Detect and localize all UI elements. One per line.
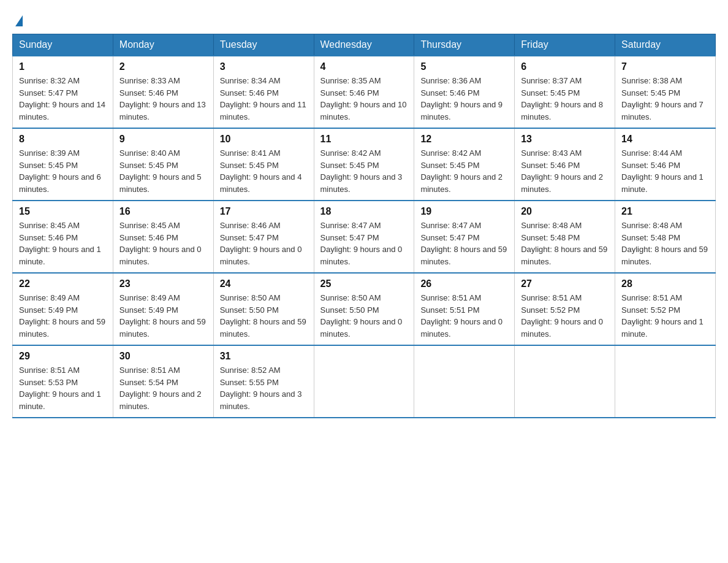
calendar-cell: 13 Sunrise: 8:43 AM Sunset: 5:46 PM Dayl… — [515, 128, 615, 201]
day-number: 22 — [19, 278, 107, 289]
calendar-cell: 19 Sunrise: 8:47 AM Sunset: 5:47 PM Dayl… — [414, 201, 515, 273]
calendar-header-row: SundayMondayTuesdayWednesdayThursdayFrid… — [13, 34, 716, 56]
column-header-wednesday: Wednesday — [314, 34, 414, 56]
day-info: Sunrise: 8:36 AM Sunset: 5:46 PM Dayligh… — [420, 75, 508, 123]
day-number: 28 — [621, 278, 709, 289]
day-number: 7 — [621, 61, 709, 72]
day-number: 6 — [521, 61, 609, 72]
day-info: Sunrise: 8:40 AM Sunset: 5:45 PM Dayligh… — [119, 147, 207, 195]
logo-blue-text — [12, 15, 23, 28]
day-info: Sunrise: 8:47 AM Sunset: 5:47 PM Dayligh… — [320, 220, 408, 267]
day-number: 21 — [621, 206, 709, 217]
calendar-cell: 7 Sunrise: 8:38 AM Sunset: 5:45 PM Dayli… — [615, 56, 716, 128]
day-number: 18 — [320, 206, 408, 217]
day-info: Sunrise: 8:49 AM Sunset: 5:49 PM Dayligh… — [119, 292, 207, 340]
day-number: 25 — [320, 278, 408, 289]
day-info: Sunrise: 8:47 AM Sunset: 5:47 PM Dayligh… — [420, 220, 508, 267]
day-number: 26 — [420, 278, 508, 289]
calendar-cell: 25 Sunrise: 8:50 AM Sunset: 5:50 PM Dayl… — [314, 273, 414, 345]
day-number: 3 — [220, 61, 308, 72]
day-info: Sunrise: 8:32 AM Sunset: 5:47 PM Dayligh… — [19, 75, 107, 123]
calendar-cell: 1 Sunrise: 8:32 AM Sunset: 5:47 PM Dayli… — [13, 56, 113, 128]
day-number: 10 — [220, 134, 308, 145]
calendar-week-row: 15 Sunrise: 8:45 AM Sunset: 5:46 PM Dayl… — [13, 201, 716, 273]
day-number: 23 — [119, 278, 207, 289]
day-info: Sunrise: 8:39 AM Sunset: 5:45 PM Dayligh… — [19, 147, 107, 195]
day-number: 20 — [521, 206, 609, 217]
calendar-week-row: 1 Sunrise: 8:32 AM Sunset: 5:47 PM Dayli… — [13, 56, 716, 128]
day-info: Sunrise: 8:43 AM Sunset: 5:46 PM Dayligh… — [521, 147, 609, 195]
calendar-cell — [615, 345, 716, 418]
calendar-cell: 23 Sunrise: 8:49 AM Sunset: 5:49 PM Dayl… — [113, 273, 213, 345]
calendar-cell: 20 Sunrise: 8:48 AM Sunset: 5:48 PM Dayl… — [515, 201, 615, 273]
day-number: 5 — [420, 61, 508, 72]
day-number: 15 — [19, 206, 107, 217]
calendar-cell: 17 Sunrise: 8:46 AM Sunset: 5:47 PM Dayl… — [213, 201, 314, 273]
day-number: 24 — [220, 278, 308, 289]
day-info: Sunrise: 8:42 AM Sunset: 5:45 PM Dayligh… — [320, 147, 408, 195]
day-number: 16 — [119, 206, 207, 217]
day-info: Sunrise: 8:52 AM Sunset: 5:55 PM Dayligh… — [220, 364, 308, 412]
calendar-cell: 3 Sunrise: 8:34 AM Sunset: 5:46 PM Dayli… — [213, 56, 314, 128]
calendar-cell: 8 Sunrise: 8:39 AM Sunset: 5:45 PM Dayli… — [13, 128, 113, 201]
logo — [12, 12, 23, 28]
day-info: Sunrise: 8:37 AM Sunset: 5:45 PM Dayligh… — [521, 75, 609, 123]
calendar-cell: 12 Sunrise: 8:42 AM Sunset: 5:45 PM Dayl… — [414, 128, 515, 201]
calendar-table: SundayMondayTuesdayWednesdayThursdayFrid… — [12, 34, 716, 418]
day-info: Sunrise: 8:35 AM Sunset: 5:46 PM Dayligh… — [320, 75, 408, 123]
calendar-cell: 22 Sunrise: 8:49 AM Sunset: 5:49 PM Dayl… — [13, 273, 113, 345]
column-header-sunday: Sunday — [13, 34, 113, 56]
day-number: 31 — [220, 351, 308, 362]
day-number: 2 — [119, 61, 207, 72]
calendar-week-row: 22 Sunrise: 8:49 AM Sunset: 5:49 PM Dayl… — [13, 273, 716, 345]
column-header-monday: Monday — [113, 34, 213, 56]
calendar-cell: 18 Sunrise: 8:47 AM Sunset: 5:47 PM Dayl… — [314, 201, 414, 273]
calendar-cell: 10 Sunrise: 8:41 AM Sunset: 5:45 PM Dayl… — [213, 128, 314, 201]
day-info: Sunrise: 8:50 AM Sunset: 5:50 PM Dayligh… — [320, 292, 408, 340]
column-header-saturday: Saturday — [615, 34, 716, 56]
column-header-thursday: Thursday — [414, 34, 515, 56]
day-info: Sunrise: 8:45 AM Sunset: 5:46 PM Dayligh… — [119, 220, 207, 267]
day-number: 1 — [19, 61, 107, 72]
day-info: Sunrise: 8:48 AM Sunset: 5:48 PM Dayligh… — [621, 220, 709, 267]
day-info: Sunrise: 8:38 AM Sunset: 5:45 PM Dayligh… — [621, 75, 709, 123]
calendar-cell: 4 Sunrise: 8:35 AM Sunset: 5:46 PM Dayli… — [314, 56, 414, 128]
calendar-week-row: 29 Sunrise: 8:51 AM Sunset: 5:53 PM Dayl… — [13, 345, 716, 418]
day-number: 8 — [19, 134, 107, 145]
day-info: Sunrise: 8:45 AM Sunset: 5:46 PM Dayligh… — [19, 220, 107, 267]
day-number: 4 — [320, 61, 408, 72]
calendar-cell: 16 Sunrise: 8:45 AM Sunset: 5:46 PM Dayl… — [113, 201, 213, 273]
day-info: Sunrise: 8:44 AM Sunset: 5:46 PM Dayligh… — [621, 147, 709, 195]
day-info: Sunrise: 8:42 AM Sunset: 5:45 PM Dayligh… — [420, 147, 508, 195]
day-number: 12 — [420, 134, 508, 145]
day-info: Sunrise: 8:49 AM Sunset: 5:49 PM Dayligh… — [19, 292, 107, 340]
day-number: 17 — [220, 206, 308, 217]
calendar-week-row: 8 Sunrise: 8:39 AM Sunset: 5:45 PM Dayli… — [13, 128, 716, 201]
day-number: 14 — [621, 134, 709, 145]
calendar-cell — [314, 345, 414, 418]
day-number: 11 — [320, 134, 408, 145]
calendar-cell: 5 Sunrise: 8:36 AM Sunset: 5:46 PM Dayli… — [414, 56, 515, 128]
calendar-cell: 26 Sunrise: 8:51 AM Sunset: 5:51 PM Dayl… — [414, 273, 515, 345]
day-number: 9 — [119, 134, 207, 145]
day-number: 29 — [19, 351, 107, 362]
day-number: 19 — [420, 206, 508, 217]
day-info: Sunrise: 8:51 AM Sunset: 5:54 PM Dayligh… — [119, 364, 207, 412]
day-info: Sunrise: 8:48 AM Sunset: 5:48 PM Dayligh… — [521, 220, 609, 267]
day-number: 30 — [119, 351, 207, 362]
day-number: 13 — [521, 134, 609, 145]
calendar-cell: 24 Sunrise: 8:50 AM Sunset: 5:50 PM Dayl… — [213, 273, 314, 345]
day-info: Sunrise: 8:51 AM Sunset: 5:53 PM Dayligh… — [19, 364, 107, 412]
day-info: Sunrise: 8:41 AM Sunset: 5:45 PM Dayligh… — [220, 147, 308, 195]
day-info: Sunrise: 8:50 AM Sunset: 5:50 PM Dayligh… — [220, 292, 308, 340]
column-header-friday: Friday — [515, 34, 615, 56]
day-number: 27 — [521, 278, 609, 289]
day-info: Sunrise: 8:51 AM Sunset: 5:52 PM Dayligh… — [621, 292, 709, 340]
calendar-cell: 29 Sunrise: 8:51 AM Sunset: 5:53 PM Dayl… — [13, 345, 113, 418]
day-info: Sunrise: 8:51 AM Sunset: 5:52 PM Dayligh… — [521, 292, 609, 340]
day-info: Sunrise: 8:33 AM Sunset: 5:46 PM Dayligh… — [119, 75, 207, 123]
calendar-cell: 31 Sunrise: 8:52 AM Sunset: 5:55 PM Dayl… — [213, 345, 314, 418]
calendar-cell: 14 Sunrise: 8:44 AM Sunset: 5:46 PM Dayl… — [615, 128, 716, 201]
column-header-tuesday: Tuesday — [213, 34, 314, 56]
day-info: Sunrise: 8:34 AM Sunset: 5:46 PM Dayligh… — [220, 75, 308, 123]
